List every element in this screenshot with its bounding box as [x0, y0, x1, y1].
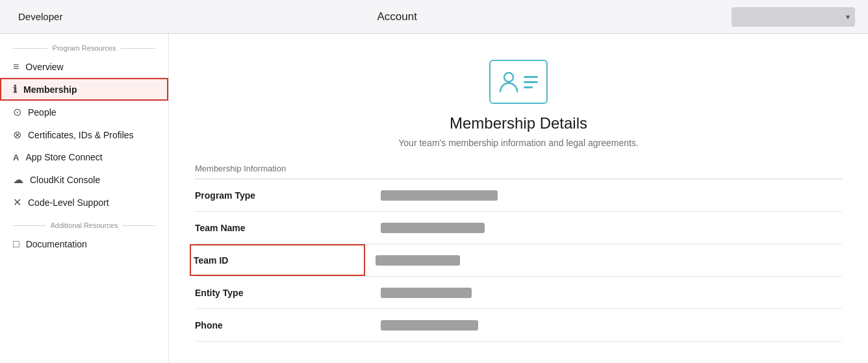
program-resources-label: Program Resources: [0, 44, 168, 56]
info-circle-icon: ℹ: [13, 83, 17, 95]
hero-section: Membership Details Your team's membershi…: [169, 34, 868, 164]
main-content: Membership Details Your team's membershi…: [169, 34, 868, 363]
team-id-value: [365, 244, 842, 276]
sidebar-item-certificates[interactable]: ⊗ Certificates, IDs & Profiles: [0, 123, 168, 146]
team-name-value: [370, 212, 842, 244]
chevron-down-icon: ▾: [846, 12, 850, 21]
phone-value: [370, 309, 842, 341]
team-name-label: Team Name: [195, 212, 370, 244]
sidebar-item-overview[interactable]: ≡ Overview: [0, 56, 168, 78]
sidebar: Program Resources ≡ Overview ℹ Membershi…: [0, 34, 169, 363]
sidebar-item-label: Membership: [23, 84, 77, 95]
program-type-label: Program Type: [195, 179, 370, 211]
hero-title: Membership Details: [450, 114, 587, 132]
program-type-value: [370, 179, 842, 211]
brand-logo: Developer: [13, 11, 62, 22]
user-dropdown[interactable]: ▾: [732, 7, 855, 27]
membership-icon-inner: [499, 71, 538, 93]
svg-point-0: [504, 73, 513, 82]
entity-type-value: [370, 277, 842, 308]
team-id-label: Team ID: [190, 244, 365, 276]
lines-icon: [524, 76, 538, 88]
redacted-value: [381, 223, 485, 233]
line-2: [524, 81, 538, 83]
brand-name: Developer: [18, 11, 62, 22]
table-row: Team ID: [195, 244, 842, 277]
redacted-value: [381, 320, 478, 331]
sidebar-item-cloudkit[interactable]: ☁ CloudKit Console: [0, 168, 168, 191]
sidebar-item-documentation[interactable]: □ Documentation: [0, 233, 168, 255]
line-3: [524, 86, 533, 88]
additional-resources-label: Additional Resources: [0, 221, 168, 233]
main-layout: Program Resources ≡ Overview ℹ Membershi…: [0, 34, 868, 363]
doc-icon: □: [13, 238, 19, 250]
table-row: Phone: [195, 309, 842, 342]
person-svg-icon: [499, 71, 518, 93]
cloud-icon: ☁: [13, 173, 23, 186]
sidebar-item-people[interactable]: ⊙ People: [0, 101, 168, 123]
line-1: [524, 76, 538, 78]
top-nav-right: ▾: [732, 7, 855, 27]
sidebar-item-label: People: [28, 106, 57, 118]
hero-subtitle: Your team's membership information and l…: [398, 138, 638, 148]
sidebar-item-label: Certificates, IDs & Profiles: [28, 129, 134, 141]
table-row: Program Type: [195, 179, 842, 212]
sidebar-item-label: Overview: [25, 61, 63, 73]
list-icon: ≡: [13, 61, 19, 73]
membership-icon-box: [489, 60, 548, 104]
page-title: Account: [377, 10, 416, 23]
top-nav: Developer Account ▾: [0, 0, 868, 34]
redacted-value: [381, 288, 472, 298]
info-section-title: Membership Information: [195, 164, 842, 179]
sidebar-item-appstoreconnect[interactable]: A App Store Connect: [0, 146, 168, 168]
wrench-icon: ✕: [13, 196, 21, 208]
redacted-value: [376, 255, 460, 266]
redacted-value: [381, 190, 498, 201]
sidebar-item-label: Code-Level Support: [28, 197, 109, 208]
phone-label: Phone: [195, 309, 370, 341]
app-store-icon: A: [13, 153, 19, 162]
membership-info-section: Membership Information Program Type Team…: [169, 164, 868, 363]
sidebar-item-label: CloudKit Console: [30, 174, 100, 186]
sidebar-item-label: Documentation: [26, 238, 87, 250]
table-row: Entity Type: [195, 277, 842, 309]
sidebar-item-code-support[interactable]: ✕ Code-Level Support: [0, 191, 168, 214]
sidebar-item-label: App Store Connect: [25, 151, 102, 163]
certificate-icon: ⊗: [13, 129, 21, 141]
person-circle-icon: ⊙: [13, 106, 21, 118]
table-row: Team Name: [195, 212, 842, 244]
sidebar-item-membership[interactable]: ℹ Membership: [0, 78, 168, 101]
entity-type-label: Entity Type: [195, 277, 370, 308]
